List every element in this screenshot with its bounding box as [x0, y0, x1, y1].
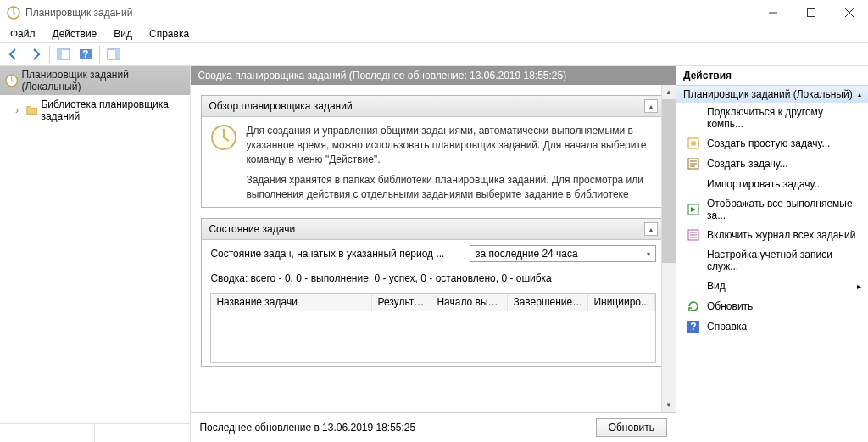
- minimize-button[interactable]: [754, 0, 792, 25]
- svg-text:?: ?: [690, 321, 696, 333]
- blank-icon: [687, 111, 700, 125]
- window-title: Планировщик заданий: [25, 7, 132, 19]
- help-button[interactable]: ?: [75, 44, 96, 64]
- col-result[interactable]: Результат...: [372, 294, 431, 311]
- clock-icon: [5, 74, 18, 87]
- svg-text:?: ?: [82, 48, 88, 60]
- svg-rect-3: [58, 49, 62, 59]
- action-create-basic-task[interactable]: Создать простую задачу...: [676, 133, 868, 154]
- submenu-arrow-icon: ▸: [857, 282, 861, 291]
- task-basic-icon: [687, 137, 700, 150]
- task-icon: [687, 157, 700, 171]
- blank-icon: [687, 177, 700, 191]
- status-summary: Сводка: всего - 0, 0 - выполнение, 0 - у…: [210, 272, 551, 284]
- action-label: Настройка учетной записи служ...: [707, 249, 861, 272]
- chevron-down-icon: ▾: [647, 250, 650, 258]
- svg-point-11: [691, 141, 696, 146]
- collapse-icon[interactable]: ▴: [644, 99, 658, 113]
- status-title: Состояние задачи: [209, 223, 295, 235]
- refresh-button[interactable]: Обновить: [596, 418, 667, 437]
- back-button[interactable]: [3, 44, 24, 64]
- action-enable-history[interactable]: Включить журнал всех заданий: [676, 225, 868, 245]
- footer-text: Последнее обновление в 13.06.2019 18:55:…: [199, 422, 415, 434]
- show-hide-tree-button[interactable]: [53, 44, 74, 64]
- blank-icon: [687, 279, 700, 293]
- tree-root[interactable]: Планировщик заданий (Локальный): [0, 66, 190, 95]
- action-label: Подключиться к другому компь...: [707, 106, 861, 130]
- action-label: Справка: [707, 321, 747, 333]
- action-label: Отображать все выполняемые за...: [707, 198, 861, 221]
- action-account-config[interactable]: Настройка учетной записи служ...: [676, 245, 868, 276]
- col-init[interactable]: Иницииро...: [588, 294, 655, 311]
- show-hide-actions-button[interactable]: [103, 44, 124, 64]
- toolbar-separator: [99, 46, 100, 63]
- col-start[interactable]: Начало выпо...: [431, 294, 508, 311]
- maximize-button[interactable]: [792, 0, 830, 25]
- actions-group-header[interactable]: Планировщик заданий (Локальный) ▴: [676, 86, 868, 103]
- menu-file[interactable]: Файл: [3, 26, 42, 42]
- refresh-icon: [687, 299, 700, 313]
- forward-button[interactable]: [25, 44, 46, 64]
- overview-title: Обзор планировщика заданий: [209, 100, 352, 112]
- close-button[interactable]: [830, 0, 868, 25]
- history-icon: [687, 228, 700, 242]
- blank-icon: [687, 254, 700, 267]
- titlebar: Планировщик заданий: [0, 0, 868, 25]
- running-icon: [687, 203, 700, 216]
- status-header[interactable]: Состояние задачи ▴: [202, 219, 665, 240]
- action-view[interactable]: Вид ▸: [676, 276, 868, 296]
- tree-expand-icon[interactable]: ›: [15, 104, 23, 116]
- col-name[interactable]: Название задачи: [211, 294, 372, 311]
- status-period-dropdown[interactable]: за последние 24 часа ▾: [470, 245, 656, 262]
- toolbar-separator: [49, 46, 50, 63]
- scroll-down-icon[interactable]: ▼: [662, 398, 676, 412]
- scroll-thumb[interactable]: [662, 99, 676, 263]
- overview-section: Обзор планировщика заданий ▴ Для создани…: [201, 95, 665, 208]
- scroll-up-icon[interactable]: ▲: [662, 85, 676, 99]
- actions-pane: Действия Планировщик заданий (Локальный)…: [676, 66, 868, 442]
- toolbar: ?: [0, 42, 868, 66]
- menu-view[interactable]: Вид: [107, 26, 139, 42]
- action-help[interactable]: ? Справка: [676, 316, 868, 337]
- center-pane: Сводка планировщика заданий (Последнее о…: [191, 66, 676, 442]
- overview-text-1: Для создания и управления общими задания…: [246, 124, 656, 166]
- actions-title: Действия: [676, 66, 868, 86]
- tree-root-label: Планировщик заданий (Локальный): [21, 69, 185, 92]
- action-label: Обновить: [707, 300, 753, 312]
- menubar: Файл Действие Вид Справка: [0, 25, 868, 42]
- overview-header[interactable]: Обзор планировщика заданий ▴: [202, 96, 665, 117]
- folder-icon: [26, 104, 38, 117]
- table-body: [211, 311, 655, 362]
- tree-pane: Планировщик заданий (Локальный) › Библио…: [0, 66, 191, 442]
- scrollbar[interactable]: ▲ ▼: [661, 85, 676, 412]
- action-create-task[interactable]: Создать задачу...: [676, 154, 868, 174]
- action-connect[interactable]: Подключиться к другому компь...: [676, 103, 868, 133]
- tree-item-library[interactable]: › Библиотека планировщика заданий: [0, 97, 190, 124]
- action-label: Создать простую задачу...: [707, 137, 830, 149]
- actions-group-label: Планировщик заданий (Локальный): [683, 88, 853, 100]
- menu-action[interactable]: Действие: [46, 26, 104, 42]
- action-import-task[interactable]: Импортировать задачу...: [676, 174, 868, 194]
- svg-rect-1: [807, 9, 815, 17]
- col-end[interactable]: Завершение в...: [508, 294, 588, 311]
- tree-statusbar: [0, 423, 190, 442]
- tree-item-label: Библиотека планировщика заданий: [41, 98, 186, 122]
- action-label: Импортировать задачу...: [707, 178, 822, 190]
- chevron-up-icon: ▴: [858, 91, 861, 98]
- svg-rect-7: [115, 49, 120, 59]
- action-label: Включить журнал всех заданий: [707, 229, 855, 241]
- task-table: Название задачи Результат... Начало выпо…: [210, 293, 656, 363]
- action-refresh[interactable]: Обновить: [676, 296, 868, 316]
- action-label: Вид: [707, 280, 726, 292]
- clock-large-icon: [210, 124, 237, 151]
- overview-text-2: Задания хранятся в папках библиотеки пла…: [246, 173, 656, 200]
- app-icon: [7, 6, 20, 20]
- center-header: Сводка планировщика заданий (Последнее о…: [191, 66, 676, 85]
- action-label: Создать задачу...: [707, 158, 788, 170]
- status-section: Состояние задачи ▴ Состояние задач, нача…: [201, 218, 665, 367]
- center-footer: Последнее обновление в 13.06.2019 18:55:…: [191, 412, 676, 442]
- menu-help[interactable]: Справка: [142, 26, 196, 42]
- action-show-running[interactable]: Отображать все выполняемые за...: [676, 194, 868, 225]
- collapse-icon[interactable]: ▴: [644, 222, 658, 236]
- dropdown-value: за последние 24 часа: [476, 248, 578, 260]
